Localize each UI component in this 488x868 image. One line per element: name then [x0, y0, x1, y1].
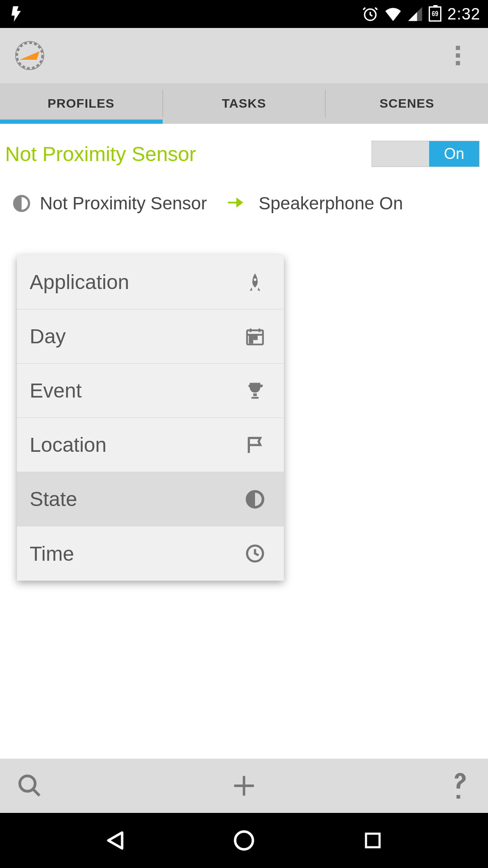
half-circle-icon — [243, 487, 267, 511]
menu-label: Event — [30, 379, 243, 402]
menu-label: Day — [30, 325, 243, 348]
tab-profiles[interactable]: PROFILES — [0, 83, 162, 124]
profile-action-label: Speakerphone On — [258, 193, 403, 214]
status-time: 2:32 — [447, 5, 480, 23]
flag-icon — [243, 433, 267, 457]
rocket-icon — [243, 270, 267, 294]
tab-bar: PROFILES TASKS SCENES — [0, 83, 488, 124]
battery-level: 69 — [432, 10, 438, 18]
svg-rect-6 — [250, 337, 252, 339]
signal-icon — [408, 6, 423, 22]
profile-row[interactable]: Not Proximity Sensor Speakerphone On — [0, 180, 488, 227]
half-circle-icon — [13, 195, 30, 212]
profile-title[interactable]: Not Proximity Sensor — [5, 142, 196, 166]
help-button[interactable] — [441, 769, 475, 803]
tab-scenes[interactable]: SCENES — [326, 83, 488, 124]
clock-icon — [243, 542, 267, 565]
alarm-icon — [362, 6, 379, 22]
more-options-button[interactable] — [444, 42, 472, 70]
svg-point-11 — [20, 776, 35, 791]
question-icon — [447, 771, 469, 801]
menu-item-application[interactable]: Application — [17, 255, 284, 309]
profile-toggle[interactable]: On — [372, 141, 480, 167]
back-icon — [103, 829, 127, 852]
tasker-logo-icon[interactable] — [13, 39, 47, 72]
svg-point-4 — [254, 278, 256, 281]
navigation-bar — [0, 813, 488, 868]
calendar-icon — [243, 325, 267, 348]
tab-tasks[interactable]: TASKS — [163, 83, 325, 124]
recent-icon — [363, 830, 383, 851]
add-button[interactable] — [227, 769, 261, 803]
menu-label: Time — [30, 542, 243, 565]
toggle-off-region — [372, 141, 429, 167]
action-bar — [0, 28, 488, 83]
menu-label: State — [30, 487, 243, 511]
more-icon — [456, 46, 460, 65]
menu-item-time[interactable]: Time — [17, 526, 284, 581]
svg-rect-13 — [366, 834, 380, 847]
menu-item-state[interactable]: State — [17, 472, 284, 526]
status-bar: 69 2:32 — [0, 0, 488, 28]
nav-home-button[interactable] — [229, 826, 259, 855]
context-menu: Application Day Event Location — [17, 255, 284, 581]
menu-item-location[interactable]: Location — [17, 418, 284, 472]
svg-rect-8 — [250, 340, 252, 342]
menu-item-event[interactable]: Event — [17, 364, 284, 418]
bottom-toolbar — [0, 759, 488, 813]
svg-rect-7 — [254, 337, 257, 339]
menu-label: Location — [30, 433, 243, 456]
plus-icon — [229, 771, 259, 801]
wifi-icon — [385, 6, 402, 22]
menu-label: Application — [30, 270, 243, 294]
bolt-icon — [8, 5, 26, 23]
battery-icon: 69 — [429, 6, 441, 22]
nav-recent-button[interactable] — [358, 826, 388, 855]
content-area: Not Proximity Sensor On Not Proximity Se… — [0, 124, 488, 759]
profile-header: Not Proximity Sensor On — [0, 124, 488, 180]
menu-item-day[interactable]: Day — [17, 309, 284, 364]
search-icon — [17, 773, 43, 799]
search-button[interactable] — [13, 769, 47, 803]
toggle-on-label: On — [429, 141, 479, 167]
home-icon — [232, 829, 256, 852]
svg-point-12 — [235, 832, 253, 849]
profile-condition-label: Not Proximity Sensor — [40, 193, 207, 214]
trophy-icon — [243, 379, 267, 403]
nav-back-button[interactable] — [100, 826, 130, 855]
status-icons: 69 2:32 — [362, 5, 480, 23]
arrow-right-icon — [225, 192, 245, 214]
tab-indicator — [0, 120, 163, 124]
